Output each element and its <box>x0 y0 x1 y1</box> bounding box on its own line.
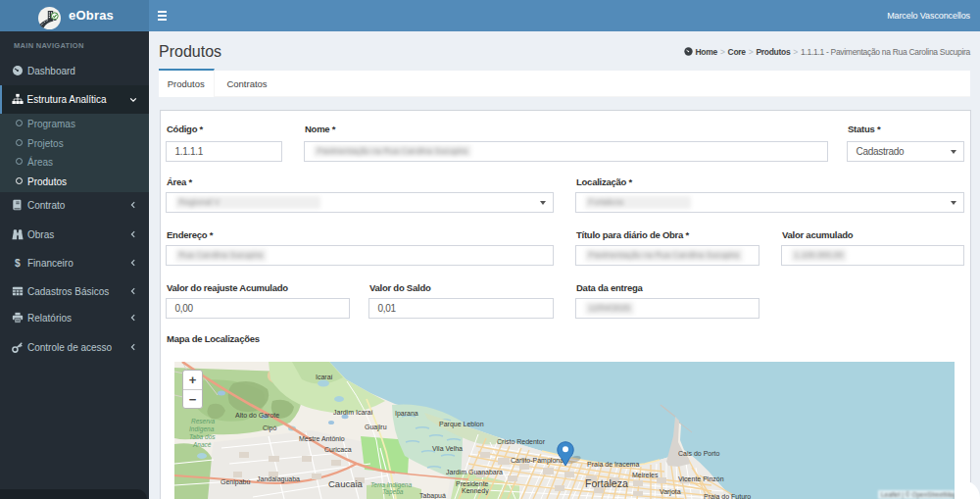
svg-text:Cipó: Cipó <box>263 424 277 432</box>
svg-text:Jardim Guanabara: Jardim Guanabara <box>446 469 503 475</box>
svg-text:Tabapuá: Tabapuá <box>419 492 446 499</box>
svg-text:Cais do Porto: Cais do Porto <box>678 450 720 457</box>
svg-text:Caucaia: Caucaia <box>328 478 364 489</box>
svg-text:Parque Leblon: Parque Leblon <box>439 421 484 428</box>
svg-text:Vila Velha: Vila Velha <box>432 445 463 452</box>
svg-text:$: $ <box>15 258 21 269</box>
svg-text:Jandaiaguaba: Jandaiaguaba <box>257 475 300 483</box>
svg-text:Icaraí: Icaraí <box>316 374 333 380</box>
svg-text:Tapeba: Tapeba <box>382 488 404 496</box>
svg-text:Curicaca: Curicaca <box>324 446 352 453</box>
svg-text:Cristo Redentor: Cristo Redentor <box>497 438 546 445</box>
svg-text:Fortaleza: Fortaleza <box>585 477 628 489</box>
svg-text:Carlito-Pamplona: Carlito-Pamplona <box>511 457 564 465</box>
svg-text:Indígena: Indígena <box>189 425 215 433</box>
svg-text:Praia de Iracema: Praia de Iracema <box>587 461 639 468</box>
svg-text:Mestre Antônio: Mestre Antônio <box>299 435 345 442</box>
svg-text:Anacé: Anacé <box>192 441 212 448</box>
svg-text:Reserva: Reserva <box>191 418 216 424</box>
svg-text:Varjota: Varjota <box>660 488 681 496</box>
svg-text:Guajiru: Guajiru <box>365 424 387 431</box>
svg-text:Jardim Icaraí: Jardim Icaraí <box>333 409 373 416</box>
svg-text:Iparana: Iparana <box>395 410 418 418</box>
svg-text:Meireles: Meireles <box>632 472 659 478</box>
svg-text:Vicente Pinzón: Vicente Pinzón <box>678 475 724 482</box>
svg-text:Taba dos: Taba dos <box>189 433 216 440</box>
svg-text:Presidente: Presidente <box>456 480 489 487</box>
svg-text:Alto do Garote: Alto do Garote <box>235 412 279 419</box>
svg-text:Praia do Futuro: Praia do Futuro <box>704 493 751 499</box>
svg-text:Kennedy: Kennedy <box>462 487 489 495</box>
svg-text:Genipabú: Genipabú <box>220 478 250 486</box>
